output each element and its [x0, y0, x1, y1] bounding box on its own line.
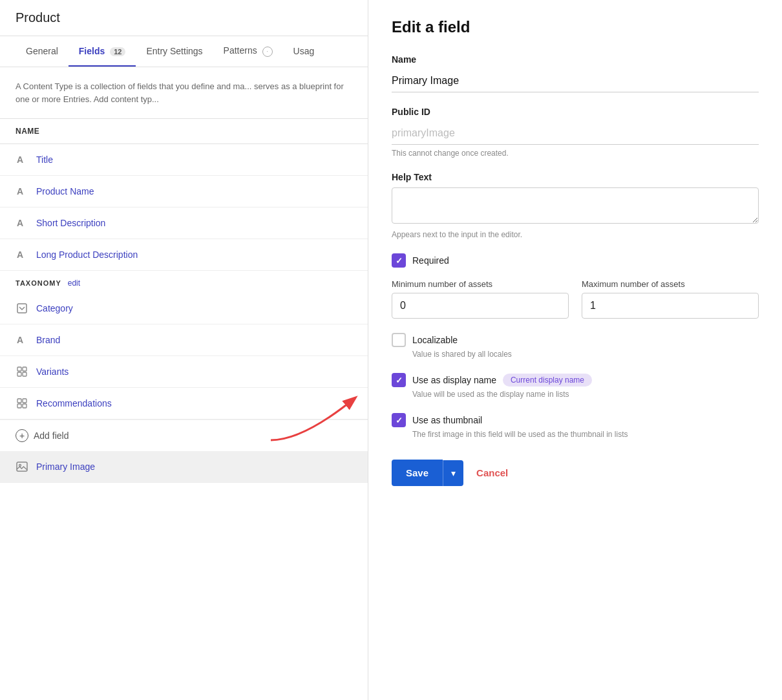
svg-rect-9 [23, 372, 26, 376]
public-id-hint: This cannot change once created. [392, 149, 759, 158]
text-icon: A [16, 185, 28, 198]
thumbnail-sub: The first image in this field will be us… [412, 430, 759, 439]
footer-buttons: Save ▾ Cancel [392, 460, 759, 486]
thumbnail-label: Use as thumbnail [412, 415, 482, 425]
localizable-group: Localizable Value is shared by all local… [392, 333, 759, 359]
svg-rect-10 [17, 399, 21, 403]
display-name-label: Use as display name [412, 375, 496, 385]
tab-entry-settings[interactable]: Entry Settings [136, 37, 213, 67]
field-name-primary-image[interactable]: Primary Image [36, 461, 95, 472]
svg-rect-12 [17, 404, 21, 408]
field-item-brand[interactable]: A Brand [0, 324, 368, 356]
checkmark-icon: ✓ [396, 376, 403, 385]
help-text-input[interactable] [392, 187, 759, 224]
field-name-variants[interactable]: Variants [36, 366, 69, 377]
required-checkbox[interactable]: ✓ [392, 253, 406, 268]
localizable-checkbox[interactable] [392, 333, 406, 347]
field-item-product-name[interactable]: A Product Name [0, 176, 368, 207]
tab-fields[interactable]: Fields 12 [69, 37, 136, 67]
save-dropdown-button[interactable]: ▾ [443, 460, 463, 486]
max-assets-input[interactable] [582, 293, 759, 319]
fields-list: NAME A Title A Product Name A Short Desc… [0, 119, 368, 700]
svg-text:A: A [17, 186, 23, 196]
tab-patterns[interactable]: Patterns · [213, 36, 283, 67]
svg-rect-13 [23, 404, 26, 408]
svg-text:A: A [17, 335, 23, 345]
display-name-checkbox[interactable]: ✓ [392, 373, 406, 387]
fields-header: NAME [0, 119, 368, 144]
text-icon: A [16, 248, 28, 261]
dropdown-icon [16, 302, 28, 315]
field-name-short-description[interactable]: Short Description [36, 218, 105, 228]
svg-rect-4 [17, 304, 26, 313]
display-name-row: ✓ Use as display name Current display na… [392, 373, 759, 387]
localizable-sub: Value is shared by all locales [412, 350, 759, 359]
public-id-field-group: Public ID This cannot change once create… [392, 107, 759, 158]
svg-rect-6 [17, 367, 21, 371]
required-label: Required [412, 255, 449, 266]
field-name-recommendations[interactable]: Recommendations [36, 398, 112, 408]
text-icon: A [16, 153, 28, 166]
display-name-group: ✓ Use as display name Current display na… [392, 373, 759, 399]
display-name-sub: Value will be used as the display name i… [412, 390, 759, 399]
image-icon [16, 460, 28, 473]
public-id-label: Public ID [392, 107, 759, 117]
text-icon: A [16, 334, 28, 346]
content-type-description: A Content Type is a collection of fields… [0, 67, 368, 119]
patterns-dot: · [262, 47, 273, 57]
field-item-recommendations[interactable]: Recommendations [0, 388, 368, 419]
field-item-primary-image[interactable]: Primary Image [0, 451, 368, 483]
tab-usage[interactable]: Usag [283, 37, 325, 67]
field-name-product-name[interactable]: Product Name [36, 186, 94, 196]
product-header: Product [0, 0, 368, 36]
tabs-row: General Fields 12 Entry Settings Pattern… [0, 36, 368, 67]
name-label: Name [392, 54, 759, 65]
save-button[interactable]: Save [392, 460, 443, 486]
public-id-input[interactable] [392, 122, 759, 145]
field-item-variants[interactable]: Variants [0, 356, 368, 388]
svg-rect-14 [17, 462, 27, 471]
help-text-hint: Appears next to the input in the editor. [392, 230, 759, 239]
field-item-long-description[interactable]: A Long Product Description [0, 239, 368, 271]
add-field-label[interactable]: Add field [34, 430, 69, 441]
left-panel: Product General Fields 12 Entry Settings… [0, 0, 368, 700]
svg-point-15 [19, 465, 21, 467]
cancel-button[interactable]: Cancel [463, 460, 521, 486]
svg-text:A: A [17, 154, 23, 165]
checkmark-icon: ✓ [396, 256, 403, 266]
name-input[interactable] [392, 70, 759, 92]
thumbnail-checkbox[interactable]: ✓ [392, 413, 406, 427]
field-item-title[interactable]: A Title [0, 144, 368, 176]
required-row: ✓ Required [392, 253, 759, 268]
min-assets-label: Minimum number of assets [392, 279, 569, 289]
help-text-field-group: Help Text Appears next to the input in t… [392, 172, 759, 239]
taxonomy-edit-link[interactable]: edit [68, 279, 80, 288]
add-field-icon: + [16, 429, 28, 442]
localizable-label: Localizable [412, 335, 458, 345]
max-assets-group: Maximum number of assets [582, 279, 759, 319]
grid-small-icon [16, 397, 28, 410]
current-display-badge: Current display name [503, 374, 592, 387]
thumbnail-row: ✓ Use as thumbnail [392, 413, 759, 427]
right-panel: Edit a field Name Public ID This cannot … [368, 0, 782, 700]
help-text-label: Help Text [392, 172, 759, 182]
thumbnail-group: ✓ Use as thumbnail The first image in th… [392, 413, 759, 439]
max-assets-label: Maximum number of assets [582, 279, 759, 289]
taxonomy-label: TAXONOMY [16, 279, 61, 287]
field-item-category[interactable]: Category [0, 293, 368, 324]
grid-icon [16, 365, 28, 378]
field-name-long-description[interactable]: Long Product Description [36, 249, 138, 260]
taxonomy-section: TAXONOMY edit [0, 271, 368, 293]
assets-fields-row: Minimum number of assets Maximum number … [392, 279, 759, 319]
field-item-short-description[interactable]: A Short Description [0, 207, 368, 239]
name-column-header: NAME [16, 127, 39, 136]
svg-text:A: A [17, 218, 23, 228]
tab-general[interactable]: General [16, 37, 69, 67]
field-name-brand[interactable]: Brand [36, 335, 60, 345]
min-assets-group: Minimum number of assets [392, 279, 569, 319]
add-field-row[interactable]: + Add field [0, 419, 368, 451]
field-name-title[interactable]: Title [36, 154, 53, 165]
panel-title: Edit a field [392, 18, 759, 36]
field-name-category[interactable]: Category [36, 303, 73, 313]
min-assets-input[interactable] [392, 293, 569, 319]
